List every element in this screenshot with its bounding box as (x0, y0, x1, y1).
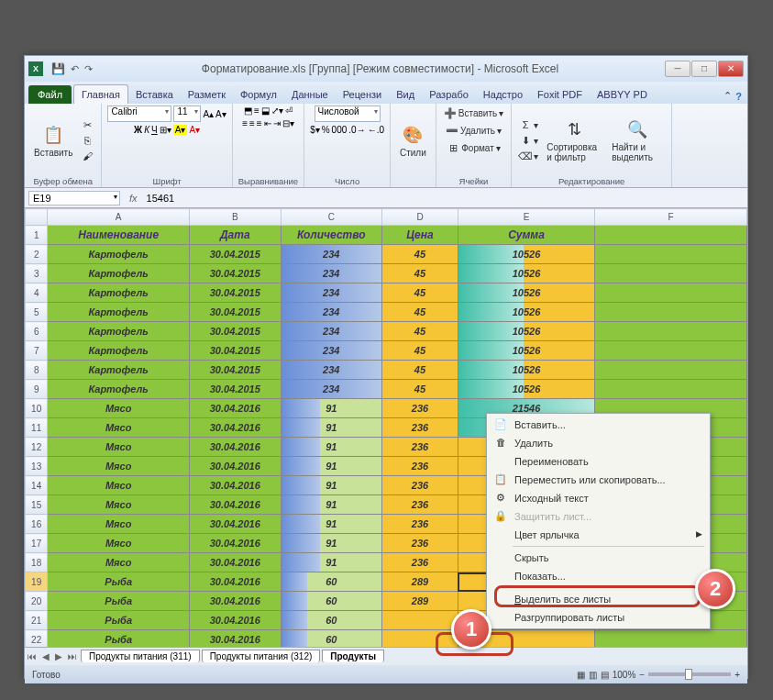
help-icon[interactable]: ? (735, 91, 742, 102)
insert-cells-button[interactable]: ➕Вставить▾ (442, 106, 505, 120)
cell[interactable]: 234 (281, 322, 382, 341)
cell[interactable]: 30.04.2015 (190, 245, 281, 264)
select-all-corner[interactable] (26, 209, 48, 226)
cell[interactable]: Картофель (48, 341, 190, 361)
cell[interactable]: 10526 (458, 303, 594, 322)
cell[interactable]: 91 (281, 399, 382, 418)
fill-button[interactable]: ⬇▾ (517, 133, 540, 148)
cell[interactable] (595, 264, 747, 283)
cell[interactable]: Картофель (48, 245, 190, 264)
col-header-a[interactable]: A (48, 209, 190, 226)
cell[interactable] (595, 322, 747, 341)
tab-foxit[interactable]: Foxit PDF (530, 85, 590, 104)
ctx-ungroup[interactable]: Разгруппировать листы (489, 608, 708, 627)
view-break-icon[interactable]: ▤ (601, 670, 609, 680)
cell[interactable]: 91 (281, 553, 382, 572)
cell[interactable]: Картофель (48, 361, 190, 380)
zoom-level[interactable]: 100% (613, 670, 636, 680)
cell[interactable]: 45 (382, 380, 458, 399)
tab-abbyy[interactable]: ABBYY PD (590, 85, 655, 104)
cell[interactable]: 60 (281, 572, 382, 592)
cell[interactable]: 30.04.2016 (190, 515, 281, 534)
fill-color-button[interactable]: A▾ (173, 125, 188, 135)
cell[interactable]: 30.04.2016 (190, 553, 281, 572)
cell[interactable]: 91 (281, 534, 382, 553)
cell[interactable]: Картофель (48, 322, 190, 341)
cell[interactable]: 45 (382, 361, 458, 380)
cell[interactable]: 30.04.2016 (190, 534, 281, 553)
minimize-button[interactable]: ─ (665, 61, 690, 77)
cell[interactable]: 236 (382, 457, 458, 476)
cell[interactable]: 91 (281, 457, 382, 476)
sheet-nav-prev-icon[interactable]: ◀ (39, 651, 52, 661)
col-header-d[interactable]: D (382, 209, 458, 226)
cell[interactable]: 45 (382, 341, 458, 361)
cell[interactable]: Рыба (48, 611, 190, 630)
col-header-f[interactable]: F (595, 209, 747, 226)
cell[interactable]: 30.04.2015 (190, 303, 281, 322)
cell[interactable]: 91 (281, 476, 382, 495)
header-cell[interactable]: Сумма (458, 226, 594, 245)
zoom-slider[interactable] (648, 672, 731, 676)
cell[interactable]: Картофель (48, 283, 190, 303)
sheet-tab-active[interactable]: Продукты (322, 650, 384, 662)
cell[interactable]: 45 (382, 245, 458, 264)
close-button[interactable]: ✕ (718, 61, 744, 77)
tab-home[interactable]: Главная (73, 84, 128, 104)
row-header[interactable]: 14 (26, 476, 48, 495)
cell[interactable]: 10526 (458, 245, 594, 264)
align-center-icon[interactable]: ≡ (249, 118, 255, 128)
row-header[interactable]: 18 (26, 553, 48, 572)
formula-value[interactable]: 15461 (143, 193, 747, 204)
tab-layout[interactable]: Разметк (181, 85, 233, 104)
indent-inc-icon[interactable]: ⇥ (273, 118, 281, 128)
cell[interactable] (382, 630, 458, 648)
cell[interactable] (595, 245, 747, 264)
ctx-source[interactable]: ⚙Исходный текст (489, 489, 708, 507)
ctx-show[interactable]: Показать... (489, 567, 708, 585)
row-header[interactable]: 22 (26, 630, 48, 648)
cell[interactable]: 30.04.2016 (190, 399, 281, 418)
row-header[interactable]: 2 (26, 245, 48, 264)
cell[interactable]: Мясо (48, 399, 190, 418)
cell[interactable]: 10526 (458, 283, 594, 303)
indent-dec-icon[interactable]: ⇤ (264, 118, 271, 128)
cell[interactable] (382, 611, 458, 630)
cell[interactable]: 234 (281, 245, 382, 264)
cell[interactable]: 236 (382, 495, 458, 515)
dec-decimal-icon[interactable]: ←.0 (368, 125, 384, 135)
view-normal-icon[interactable]: ▦ (577, 670, 585, 680)
cell[interactable]: 236 (382, 553, 458, 572)
cell[interactable]: 236 (382, 399, 458, 418)
cell[interactable]: Картофель (48, 303, 190, 322)
qat-redo-icon[interactable]: ↷ (84, 63, 93, 75)
cell[interactable]: 30.04.2016 (190, 572, 281, 592)
cell[interactable]: 45 (382, 283, 458, 303)
ctx-insert[interactable]: 📄Вставить... (489, 416, 708, 434)
underline-button[interactable]: Ч (151, 125, 158, 135)
fx-icon[interactable]: fx (124, 193, 143, 204)
cell[interactable]: 236 (382, 438, 458, 457)
cell[interactable]: 30.04.2016 (190, 457, 281, 476)
qat-undo-icon[interactable]: ↶ (71, 63, 79, 75)
cell[interactable]: 45 (382, 264, 458, 283)
cell[interactable]: 30.04.2016 (190, 438, 281, 457)
maximize-button[interactable]: □ (691, 61, 717, 77)
cell[interactable]: 10526 (458, 341, 594, 361)
tab-formulas[interactable]: Формул (233, 85, 284, 104)
cell[interactable]: 30.04.2015 (190, 264, 281, 283)
row-header[interactable]: 5 (26, 303, 48, 322)
orientation-icon[interactable]: ⤢▾ (271, 106, 283, 116)
cell[interactable]: Мясо (48, 515, 190, 534)
cell[interactable]: Картофель (48, 264, 190, 283)
sheet-tab[interactable]: Продукты питания (311) (81, 650, 200, 662)
font-color-button[interactable]: A▾ (189, 125, 200, 135)
copy-button[interactable]: ⎘ (79, 133, 95, 148)
tab-file[interactable]: Файл (28, 85, 72, 104)
font-size-combo[interactable]: 11 (173, 106, 201, 122)
wrap-text-icon[interactable]: ⏎ (285, 106, 293, 116)
cell[interactable] (595, 226, 747, 245)
align-top-icon[interactable]: ⬒ (244, 106, 252, 116)
cell[interactable]: 10526 (458, 264, 594, 283)
zoom-out-icon[interactable]: − (639, 670, 645, 680)
